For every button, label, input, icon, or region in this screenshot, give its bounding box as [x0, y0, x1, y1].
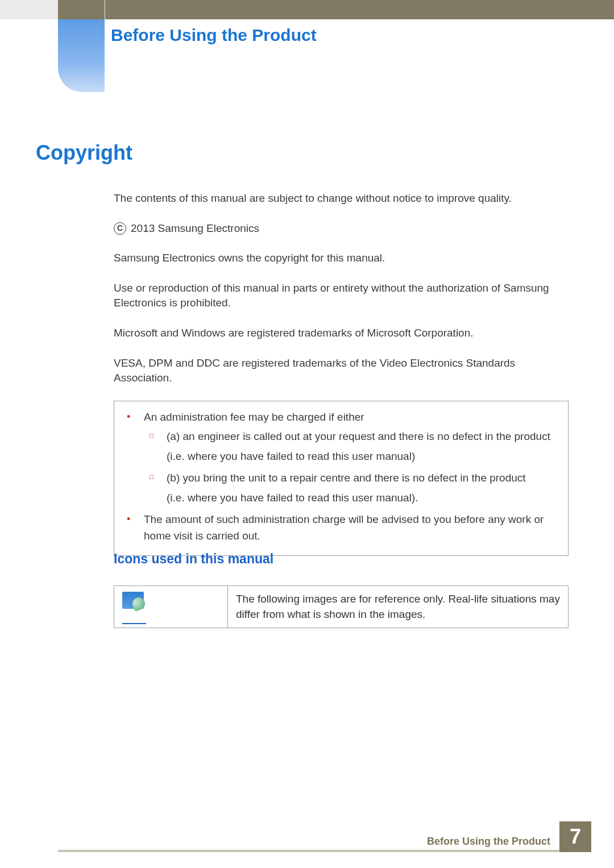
- chapter-tab-mask: [58, 0, 105, 19]
- icon-underline: [122, 623, 146, 624]
- copyright-symbol-icon: C: [114, 222, 126, 235]
- bullet-icon: •: [127, 512, 135, 544]
- body-text-block: The contents of this manual are subject …: [114, 191, 569, 556]
- chapter-title: Before Using the Product: [105, 19, 614, 51]
- copyright-year-text: 2013 Samsung Electronics: [131, 221, 259, 236]
- icon-table: The following images are for reference o…: [114, 585, 569, 628]
- section-title-copyright: Copyright: [36, 141, 132, 165]
- square-bullet-icon: □: [150, 470, 157, 487]
- reference-image-icon: [122, 592, 144, 609]
- list-item: • The amount of such administration char…: [119, 512, 557, 544]
- list-item-text: The amount of such administration charge…: [144, 512, 557, 544]
- sub-list-note: (i.e. where you have failed to read this…: [119, 490, 557, 506]
- list-item: • An administration fee may be charged i…: [119, 409, 557, 426]
- subsection-title-icons: Icons used in this manual: [114, 551, 273, 567]
- notice-box: • An administration fee may be charged i…: [114, 401, 569, 556]
- sub-list-item: □ (b) you bring the unit to a repair cen…: [119, 470, 557, 487]
- sub-list-item-text: (a) an engineer is called out at your re…: [167, 429, 557, 445]
- footer-chapter-label: Before Using the Product: [427, 836, 550, 848]
- paragraph: The contents of this manual are subject …: [114, 191, 569, 206]
- sub-list-note: (i.e. where you have failed to read this…: [119, 448, 557, 465]
- square-bullet-icon: □: [150, 429, 157, 445]
- paragraph: VESA, DPM and DDC are registered tradema…: [114, 356, 569, 386]
- copyright-line: C 2013 Samsung Electronics: [114, 221, 569, 236]
- paragraph: Samsung Electronics owns the copyright f…: [114, 251, 569, 266]
- paragraph: Use or reproduction of this manual in pa…: [114, 281, 569, 311]
- icon-description: The following images are for reference o…: [228, 586, 568, 628]
- sub-list-item-text: (b) you bring the unit to a repair centr…: [167, 470, 557, 487]
- footer-divider: [58, 850, 591, 852]
- page-number: 7: [559, 821, 591, 852]
- sub-list-item: □ (a) an engineer is called out at your …: [119, 429, 557, 445]
- bullet-icon: •: [127, 409, 135, 426]
- icon-cell: [114, 586, 228, 628]
- paragraph: Microsoft and Windows are registered tra…: [114, 326, 569, 341]
- list-item-text: An administration fee may be charged if …: [144, 409, 557, 426]
